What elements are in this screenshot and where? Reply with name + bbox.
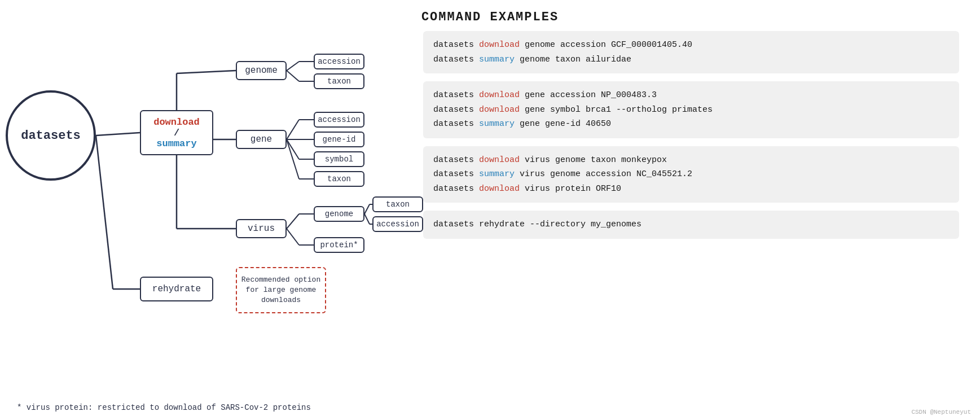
cmd-summary-v2: summary [479,169,515,179]
page: COMMAND EXAMPLES datasets [0,0,980,420]
virus-node: virus [236,219,287,238]
cmd-datasets-v1: datasets [433,155,479,165]
cmd-rest-g3: gene gene-id 40650 [515,119,611,129]
vg-accession-node: accession [372,216,423,232]
svg-line-26 [364,214,370,224]
gene-commands: datasets download gene accession NP_0004… [423,81,959,138]
gene-geneid-node: gene-id [314,132,364,147]
datasets-node: datasets [6,90,96,181]
genome-cmd-1: datasets download genome accession GCF_0… [433,38,949,53]
gene-taxon-node: taxon [314,171,364,187]
genome-taxon-node: taxon [314,73,364,89]
download-summary-node: download / summary [140,110,213,155]
svg-line-16 [287,139,299,159]
recommended-box: Recommended option for large genome down… [236,267,326,313]
gene-cmd-3: datasets summary gene gene-id 40650 [433,117,949,132]
svg-line-24 [364,204,370,214]
commands-panel: datasets download genome accession GCF_0… [423,31,959,247]
gene-accession-node: accession [314,112,364,128]
cmd-summary-2: summary [479,55,515,64]
cmd-datasets-g2: datasets [433,105,479,115]
cmd-datasets-v2: datasets [433,169,479,179]
cmd-download-1: download [479,40,520,50]
cmd-datasets-r1: datasets rehydrate --directory my_genome… [433,220,641,229]
cmd-datasets-1: datasets [433,40,479,50]
gene-cmd-2: datasets download gene symbol brca1 --or… [433,103,949,117]
cmd-datasets-g1: datasets [433,90,479,100]
svg-line-12 [287,120,299,139]
datasets-label: datasets [21,129,81,143]
rehydrate-cmd-1: datasets rehydrate --directory my_genome… [433,217,949,232]
genome-commands: datasets download genome accession GCF_0… [423,31,959,73]
cmd-rest-g2: gene symbol brca1 --ortholog primates [520,105,713,115]
cmd-rest-1: genome accession GCF_000001405.40 [520,40,692,50]
cmd-download-g2: download [479,105,520,115]
cmd-datasets-g3: datasets [433,119,479,129]
svg-line-8 [287,62,299,71]
cmd-rest-v2: virus genome accession NC_045521.2 [515,169,692,179]
cmd-rest-2: genome taxon ailuridae [515,55,631,64]
virus-cmd-2: datasets summary virus genome accession … [433,167,949,182]
rehydrate-node: rehydrate [140,277,213,301]
summary-label: summary [156,138,196,149]
cmd-datasets-2: datasets [433,55,479,64]
slash-label: / [174,128,179,138]
rehydrate-commands: datasets rehydrate --directory my_genome… [423,211,959,239]
svg-line-1 [96,135,113,289]
vg-taxon-node: taxon [372,196,423,212]
cmd-summary-g3: summary [479,119,515,129]
genome-accession-node: accession [314,54,364,69]
virus-genome-node: genome [314,206,364,222]
virus-protein-node: protein* [314,237,364,253]
cmd-rest-g1: gene accession NP_000483.3 [520,90,657,100]
genome-node: genome [236,61,287,80]
cmd-datasets-v3: datasets [433,184,479,194]
svg-line-0 [96,133,140,135]
cmd-download-g1: download [479,90,520,100]
virus-commands: datasets download virus genome taxon mon… [423,146,959,203]
cmd-rest-v1: virus genome taxon monkeypox [520,155,667,165]
footnote: * virus protein: restricted to download … [17,403,311,412]
svg-line-20 [287,214,299,229]
gene-node: gene [236,130,287,149]
download-label: download [153,117,200,128]
cmd-rest-v3: virus protein ORF10 [520,184,621,194]
gene-cmd-1: datasets download gene accession NP_0004… [433,88,949,103]
svg-line-22 [287,229,299,245]
svg-line-10 [287,71,299,81]
gene-symbol-node: symbol [314,151,364,167]
svg-line-4 [177,71,236,73]
cmd-download-v3: download [479,184,520,194]
virus-cmd-1: datasets download virus genome taxon mon… [433,153,949,168]
genome-cmd-2: datasets summary genome taxon ailuridae [433,53,949,67]
svg-line-18 [287,139,299,179]
virus-cmd-3: datasets download virus protein ORF10 [433,182,949,196]
watermark: CSDN @Neptuneyut [911,409,971,415]
cmd-download-v1: download [479,155,520,165]
